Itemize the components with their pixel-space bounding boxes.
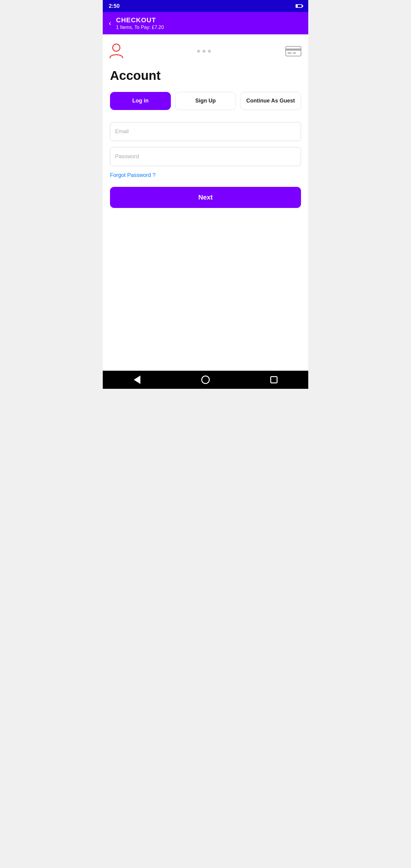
guest-tab[interactable]: Continue As Guest [240,92,301,110]
password-form-group [110,147,301,166]
email-input[interactable] [110,122,301,141]
password-input[interactable] [110,147,301,166]
nav-recents-button[interactable] [270,375,278,384]
checkout-title: CHECKOUT [116,16,164,24]
status-bar: 2:50 [103,0,308,12]
home-circle-icon [201,375,210,384]
svg-rect-1 [286,46,301,56]
forgot-password-link[interactable]: Forgot Password ? [110,172,156,179]
checkout-info: CHECKOUT 1 Items, To Pay: £7.20 [116,16,164,30]
dot-1 [197,50,200,53]
status-time: 2:50 [109,3,120,9]
battery-icon [295,4,302,8]
checkout-subtitle: 1 Items, To Pay: £7.20 [116,25,164,30]
payment-step-icon [284,44,302,58]
main-content: Account Log in Sign Up Continue As Guest… [103,62,308,220]
recents-square-icon [270,376,278,383]
svg-rect-3 [287,53,292,54]
back-triangle-icon [134,375,140,384]
bottom-nav [103,371,308,389]
signup-tab[interactable]: Sign Up [175,92,236,110]
email-form-group [110,122,301,141]
step-dots [197,50,211,53]
lower-space [103,220,308,371]
login-tab[interactable]: Log in [110,92,171,110]
svg-rect-4 [293,53,296,54]
dot-3 [208,50,211,53]
next-button[interactable]: Next [110,187,301,208]
back-button[interactable]: ‹ [109,20,111,27]
account-step-icon [109,43,124,59]
svg-rect-2 [286,49,301,51]
account-title: Account [110,68,301,83]
nav-back-button[interactable] [133,375,141,384]
svg-point-0 [113,44,120,51]
auth-tabs: Log in Sign Up Continue As Guest [110,92,301,110]
checkout-header: ‹ CHECKOUT 1 Items, To Pay: £7.20 [103,12,308,34]
dot-2 [202,50,205,53]
steps-area [103,34,308,62]
nav-home-button[interactable] [201,375,210,384]
